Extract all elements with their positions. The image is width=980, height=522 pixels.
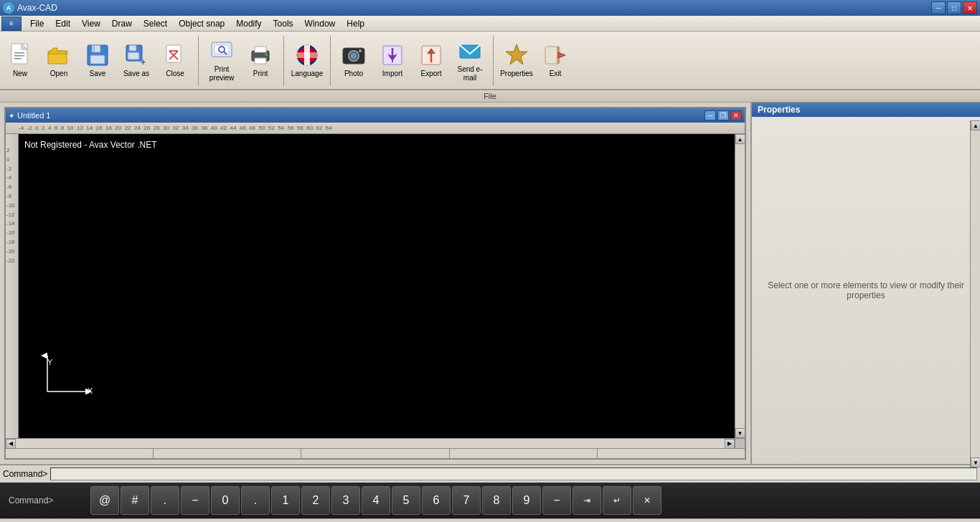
drawing-window-icon: ✦: [9, 112, 14, 120]
dw-minimize-button[interactable]: ─: [705, 110, 716, 120]
scroll-up-button[interactable]: ▲: [735, 134, 745, 144]
menu-draw[interactable]: Draw: [106, 16, 138, 31]
properties-scrollbar[interactable]: ▲ ▼: [970, 120, 980, 468]
photo-label: Photo: [344, 70, 363, 78]
save-button[interactable]: Save: [79, 34, 116, 86]
numpad-seven[interactable]: 7: [452, 486, 481, 515]
props-scroll-track[interactable]: [971, 130, 980, 457]
numpad-tab[interactable]: ⇥: [573, 486, 601, 515]
dw-restore-button[interactable]: ❐: [717, 110, 729, 120]
send-email-icon: [457, 38, 483, 64]
props-scroll-down[interactable]: ▼: [971, 457, 980, 468]
save-icon: [85, 42, 110, 68]
close-file-icon: [162, 42, 188, 68]
app-status-bar: AVAX-CAD Version 2.0.1: [0, 518, 980, 522]
separator-1: [198, 36, 199, 86]
properties-button[interactable]: Properties: [498, 34, 535, 86]
close-file-button[interactable]: Close: [156, 34, 194, 86]
scroll-down-button[interactable]: ▼: [735, 428, 745, 438]
menu-help[interactable]: Help: [341, 16, 370, 31]
print-icon: [248, 42, 273, 68]
export-button[interactable]: Export: [413, 34, 450, 86]
numpad-enter[interactable]: ↵: [603, 486, 631, 515]
horizontal-scrollbar[interactable]: ◀ ▶: [6, 439, 735, 448]
open-button[interactable]: Open: [40, 34, 77, 86]
new-button[interactable]: New: [1, 34, 39, 86]
print-button[interactable]: Print: [242, 34, 279, 86]
vertical-scrollbar[interactable]: ▲ ▼: [735, 134, 745, 438]
menu-object-snap[interactable]: Object snap: [173, 16, 230, 31]
language-label: Language: [291, 70, 324, 78]
minimize-button[interactable]: ─: [931, 1, 946, 14]
dw-close-button[interactable]: ✕: [730, 110, 742, 120]
numpad-five[interactable]: 5: [392, 486, 420, 515]
close-button[interactable]: ✕: [963, 1, 977, 14]
numpad-dot[interactable]: .: [151, 486, 179, 515]
menu-tools[interactable]: Tools: [268, 16, 299, 31]
photo-button[interactable]: Photo: [335, 34, 372, 86]
language-icon: [294, 42, 320, 68]
menu-view[interactable]: View: [76, 16, 106, 31]
exit-button[interactable]: Exit: [537, 34, 574, 86]
status-segments: [6, 448, 745, 458]
canvas-area[interactable]: Not Registered - Avax Vector .NET Y X: [19, 134, 735, 438]
numpad-backspace[interactable]: ✕: [633, 486, 661, 515]
svg-rect-2: [14, 52, 24, 54]
title-bar: A Avax-CAD ─ □ ✕: [0, 0, 980, 16]
status-seg-4: [450, 449, 598, 458]
menu-file[interactable]: File: [24, 16, 50, 31]
save-as-button[interactable]: + Save as: [118, 34, 155, 86]
send-email-button[interactable]: Send e-mail: [451, 34, 489, 86]
import-button[interactable]: Import: [374, 34, 411, 86]
send-email-label: Send e-mail: [453, 65, 486, 82]
language-button[interactable]: Language: [288, 34, 326, 86]
scroll-right-button[interactable]: ▶: [725, 439, 735, 449]
numpad-four[interactable]: 4: [362, 486, 390, 515]
drawing-window-titlebar: ✦ Untitled 1 ─ ❐ ✕: [6, 108, 745, 123]
numpad-minus2[interactable]: −: [542, 486, 571, 515]
svg-rect-23: [255, 47, 266, 52]
status-seg-5: [598, 449, 745, 458]
svg-point-25: [265, 53, 268, 56]
props-scroll-up[interactable]: ▲: [971, 120, 980, 130]
horizontal-scrollbar-row: ◀ ▶: [6, 438, 745, 448]
numpad-two[interactable]: 2: [301, 486, 330, 515]
maximize-button[interactable]: □: [947, 1, 961, 14]
command-input[interactable]: [50, 468, 977, 480]
open-icon: [46, 42, 72, 68]
svg-rect-7: [92, 45, 100, 52]
menu-window[interactable]: Window: [299, 16, 341, 31]
numpad-hash[interactable]: #: [121, 486, 149, 515]
numpad-eight[interactable]: 8: [482, 486, 511, 515]
numpad-three[interactable]: 3: [331, 486, 360, 515]
scroll-track-vertical[interactable]: [735, 144, 745, 428]
svg-text:+: +: [141, 57, 146, 67]
menu-edit[interactable]: Edit: [50, 16, 76, 31]
print-preview-icon: [209, 38, 235, 64]
scroll-left-button[interactable]: ◀: [6, 439, 16, 449]
menu-bar: ≡ File Edit View Draw Select Object snap…: [0, 16, 980, 32]
numpad-minus[interactable]: −: [181, 486, 209, 515]
properties-label: Properties: [500, 70, 533, 78]
numpad-zero[interactable]: 0: [211, 486, 240, 515]
numpad-six[interactable]: 6: [422, 486, 451, 515]
numpad-nine[interactable]: 9: [512, 486, 541, 515]
separator-4: [493, 36, 494, 86]
numpad-at[interactable]: @: [90, 486, 119, 515]
menu-select[interactable]: Select: [138, 16, 173, 31]
save-as-icon: +: [123, 42, 149, 68]
print-preview-label: Print preview: [205, 65, 238, 82]
svg-rect-24: [255, 58, 266, 64]
drawing-area-wrapper: 20-2-4-6-8-10-12-14-16-18-20-22 Not Regi…: [6, 134, 745, 438]
scroll-track-horizontal[interactable]: [16, 439, 725, 448]
numpad-one[interactable]: 1: [271, 486, 300, 515]
app-menu-button[interactable]: ≡: [1, 16, 22, 31]
print-preview-button[interactable]: Print preview: [203, 34, 240, 86]
export-icon: [418, 42, 444, 68]
svg-rect-31: [304, 45, 310, 65]
numpad-dot2[interactable]: .: [241, 486, 270, 515]
photo-icon: [341, 42, 367, 68]
separator-2: [283, 36, 284, 86]
menu-modify[interactable]: Modify: [230, 16, 267, 31]
status-seg-3: [301, 449, 449, 458]
